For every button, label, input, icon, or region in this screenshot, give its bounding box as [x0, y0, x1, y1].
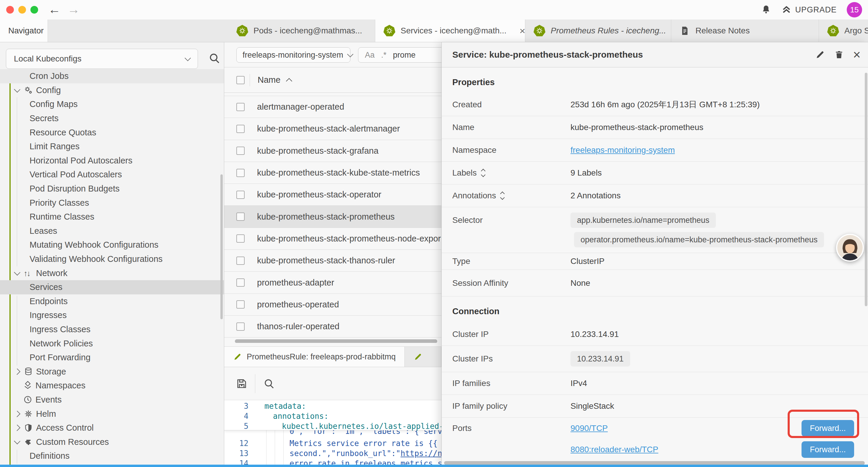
sort-ascending-icon[interactable] — [286, 78, 292, 84]
sidebar-item-priority-classes[interactable]: Priority Classes — [0, 196, 224, 210]
sidebar-item-events[interactable]: Events — [0, 393, 224, 407]
sidebar-item-ingress-classes[interactable]: Ingress Classes — [0, 322, 224, 337]
table-row-thanos-ruler-operated[interactable]: thanos-ruler-operated — [224, 316, 441, 338]
match-case-toggle[interactable]: Aa — [365, 51, 375, 60]
sidebar-item-config-maps[interactable]: Config Maps — [0, 97, 224, 111]
sidebar-item-services[interactable]: Services — [0, 280, 224, 294]
row-checkbox[interactable] — [236, 103, 245, 111]
regex-toggle[interactable]: .* — [381, 51, 386, 60]
table-search-input[interactable]: Aa .* prome — [358, 47, 441, 63]
row-checkbox[interactable] — [236, 234, 245, 243]
sidebar-scrollbar[interactable] — [220, 174, 223, 319]
tab-argo-se[interactable]: Argo Se — [819, 20, 868, 42]
detail-vertical-scrollbar[interactable] — [865, 73, 867, 306]
sidebar-item-ingresses[interactable]: Ingresses — [0, 308, 224, 322]
sidebar-item-cron-jobs[interactable]: Cron Jobs — [0, 69, 224, 83]
chevron-right-icon[interactable] — [14, 368, 20, 375]
tab-navigator[interactable]: Navigator — [0, 20, 48, 42]
chevron-right-icon[interactable] — [14, 411, 20, 417]
table-row-prometheus-operated[interactable]: prometheus-operated — [224, 294, 441, 316]
expand-collapse-icon[interactable] — [482, 169, 485, 176]
sidebar-item-port-forwarding[interactable]: Port Forwarding — [0, 351, 224, 365]
column-header-name[interactable]: Name — [258, 75, 280, 85]
port-link[interactable]: 8080:reloader-web/TCP — [570, 445, 658, 454]
sidebar-item-storage[interactable]: Storage — [0, 364, 224, 379]
editor-search-icon[interactable] — [263, 377, 275, 390]
chevron-down-icon[interactable] — [14, 438, 20, 444]
edit-resource-button[interactable] — [815, 50, 825, 60]
sidebar-item-secrets[interactable]: Secrets — [0, 111, 224, 126]
row-checkbox[interactable] — [236, 125, 245, 133]
sidebar-item-network-policies[interactable]: Network Policies — [0, 337, 224, 351]
sidebar-item-namespaces[interactable]: Namespaces — [0, 379, 224, 393]
tab-services-icecheng-math[interactable]: Services - icecheng@math...× — [375, 20, 525, 42]
table-row-kube-prometheus-stack-thanos-ruler[interactable]: kube-prometheus-stack-thanos-ruler — [224, 250, 441, 272]
close-panel-button[interactable]: × — [853, 50, 861, 60]
row-checkbox[interactable] — [236, 257, 245, 265]
row-checkbox[interactable] — [236, 212, 245, 221]
value-chip[interactable]: operator.prometheus.io/name=kube-prometh… — [574, 232, 824, 247]
sidebar-search-icon[interactable] — [208, 52, 221, 65]
table-row-kube-prometheus-stack-operator[interactable]: kube-prometheus-stack-operator — [224, 184, 441, 206]
sidebar-item-mutating-webhook-configurations[interactable]: Mutating Webhook Configurations — [0, 238, 224, 252]
forward-button[interactable]: → — [67, 2, 80, 17]
table-row-alertmanager-operated[interactable]: alertmanager-operated — [224, 96, 441, 118]
upgrade-button[interactable]: UPGRADE — [781, 5, 837, 15]
notifications-bell-icon[interactable] — [761, 4, 771, 15]
sidebar-item-runtime-classes[interactable]: Runtime Classes — [0, 210, 224, 224]
select-all-checkbox[interactable] — [236, 76, 245, 84]
save-icon[interactable] — [236, 377, 248, 390]
namespace-link[interactable]: freeleaps-monitoring-system — [570, 145, 675, 155]
sidebar-item-access-control[interactable]: Access Control — [0, 421, 224, 435]
row-checkbox[interactable] — [236, 169, 245, 177]
table-row-prometheus-adapter[interactable]: prometheus-adapter — [224, 272, 441, 293]
user-avatar[interactable] — [836, 234, 864, 262]
sidebar-item-network[interactable]: ↑↓Network — [0, 266, 224, 280]
row-checkbox[interactable] — [236, 147, 245, 155]
row-checkbox[interactable] — [236, 279, 245, 287]
port-link[interactable]: 9090/TCP — [570, 424, 608, 433]
editor-tab-next[interactable] — [405, 347, 441, 367]
table-row-kube-prometheus-stack-grafana[interactable]: kube-prometheus-stack-grafana — [224, 140, 441, 162]
forward-button[interactable]: Forward... — [802, 441, 854, 458]
kubeconfig-selector[interactable]: Local Kubeconfigs — [6, 49, 198, 69]
table-row-kube-prometheus-stack-prometheus[interactable]: kube-prometheus-stack-prometheus — [224, 206, 441, 228]
expand-collapse-icon[interactable] — [501, 192, 504, 199]
value-chip[interactable]: 10.233.14.91 — [570, 351, 630, 367]
sidebar-item-vertical-pod-autoscalers[interactable]: Vertical Pod Autoscalers — [0, 168, 224, 182]
sidebar-item-helm[interactable]: Helm — [0, 407, 224, 421]
chevron-down-icon[interactable] — [14, 86, 20, 92]
row-checkbox[interactable] — [236, 191, 245, 199]
chevron-down-icon[interactable] — [14, 269, 20, 275]
tab-release-notes[interactable]: Release Notes — [671, 20, 819, 42]
table-row-kube-prometheus-stack-alertmanager[interactable]: kube-prometheus-stack-alertmanager — [224, 118, 441, 140]
sidebar-item-endpoints[interactable]: Endpoints — [0, 294, 224, 309]
sidebar-item-horizontal-pod-autoscalers[interactable]: Horizontal Pod Autoscalers — [0, 154, 224, 168]
sidebar-item-limit-ranges[interactable]: Limit Ranges — [0, 140, 224, 154]
table-row-kube-prometheus-stack-prometheus-node-expor[interactable]: kube-prometheus-stack-prometheus-node-ex… — [224, 228, 441, 250]
delete-resource-button[interactable] — [834, 50, 844, 60]
code-link[interactable]: https://net — [401, 449, 441, 458]
back-button[interactable]: ← — [48, 2, 61, 17]
sidebar-item-validating-webhook-configurations[interactable]: Validating Webhook Configurations — [0, 252, 224, 266]
row-checkbox[interactable] — [236, 300, 245, 309]
table-row-kube-prometheus-stack-kube-state-metrics[interactable]: kube-prometheus-stack-kube-state-metrics — [224, 162, 441, 184]
window-close-button[interactable] — [6, 6, 14, 13]
window-maximize-button[interactable] — [30, 6, 38, 13]
sidebar-item-config[interactable]: Config — [0, 83, 224, 97]
sidebar-item-definitions[interactable]: Definitions — [0, 449, 224, 463]
sidebar-item-pod-disruption-budgets[interactable]: Pod Disruption Budgets — [0, 182, 224, 196]
yaml-editor[interactable]: 3metadata:4annotations:5kubectl.kubernet… — [224, 400, 441, 465]
namespace-filter-select[interactable]: freeleaps-monitoring-system — [236, 47, 350, 63]
sidebar-item-custom-resources[interactable]: Custom Resources — [0, 435, 224, 449]
chevron-right-icon[interactable] — [14, 425, 20, 431]
editor-tab-prometheusrule[interactable]: PrometheusRule: freeleaps-prod-rabbitmq — [224, 347, 405, 367]
window-minimize-button[interactable] — [18, 6, 26, 13]
tab-prometheus-rules-icecheng[interactable]: Prometheus Rules - icecheng... — [525, 20, 671, 42]
sidebar-item-leases[interactable]: Leases — [0, 224, 224, 238]
notification-count-badge[interactable]: 15 — [847, 2, 862, 18]
tab-pods-icecheng-mathmas[interactable]: Pods - icecheng@mathmas... — [228, 20, 375, 42]
sidebar-item-resource-quotas[interactable]: Resource Quotas — [0, 125, 224, 140]
value-chip[interactable]: app.kubernetes.io/name=prometheus — [570, 212, 716, 228]
row-checkbox[interactable] — [236, 322, 245, 331]
